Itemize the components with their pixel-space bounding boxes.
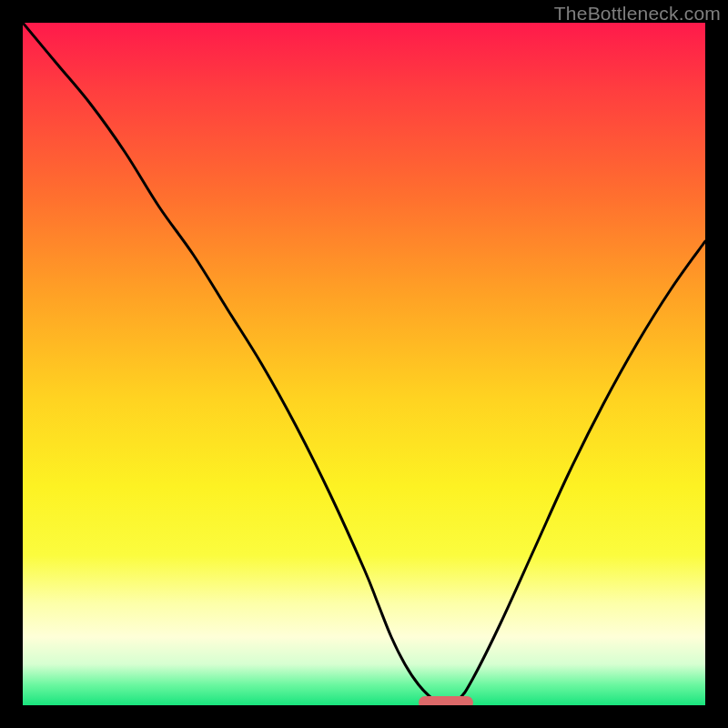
optimal-range-marker xyxy=(419,696,473,705)
bottleneck-curve xyxy=(23,23,705,705)
outer-frame: TheBottleneck.com xyxy=(0,0,728,728)
watermark-text: TheBottleneck.com xyxy=(554,3,721,25)
plot-area xyxy=(23,23,705,705)
